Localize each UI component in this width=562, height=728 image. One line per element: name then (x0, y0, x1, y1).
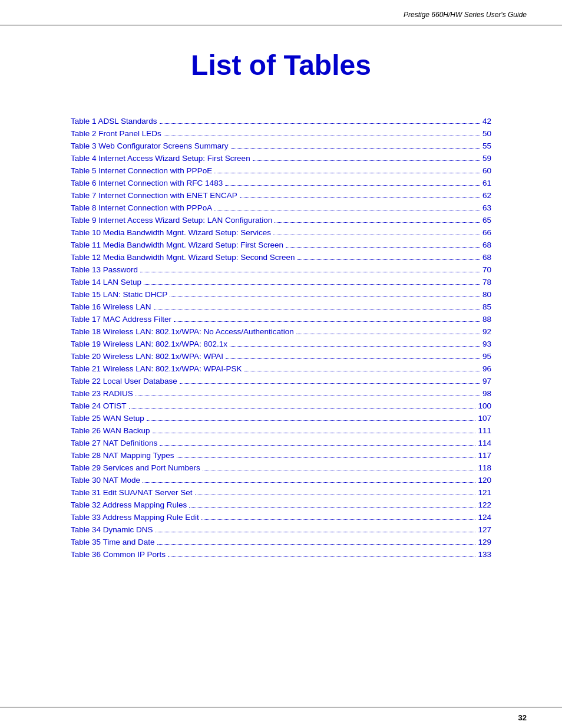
toc-item-label: Table 11 Media Bandwidth Mgnt. Wizard Se… (71, 241, 283, 249)
toc-item-label: Table 15 LAN: Static DHCP (71, 290, 167, 299)
toc-item[interactable]: Table 24 OTIST100 (71, 401, 491, 410)
toc-item[interactable]: Table 21 Wireless LAN: 802.1x/WPA: WPAI-… (71, 364, 491, 373)
toc-item[interactable]: Table 25 WAN Setup107 (71, 414, 491, 423)
toc-item-label: Table 25 WAN Setup (71, 414, 144, 423)
toc-item-page: 65 (482, 216, 491, 225)
toc-item-dots (231, 148, 480, 149)
toc-item-dots (174, 321, 480, 322)
toc-item-label: Table 5 Internet Connection with PPPoE (71, 166, 212, 175)
toc-item[interactable]: Table 26 WAN Backup111 (71, 426, 491, 435)
toc-item-label: Table 6 Internet Connection with RFC 148… (71, 179, 223, 187)
toc-item[interactable]: Table 9 Internet Access Wizard Setup: LA… (71, 216, 491, 225)
toc-item-page: 114 (478, 439, 491, 447)
toc-content: Table 1 ADSL Standards42Table 2 Front Pa… (0, 117, 562, 598)
toc-item[interactable]: Table 33 Address Mapping Rule Edit124 (71, 513, 491, 522)
toc-item[interactable]: Table 29 Services and Port Numbers118 (71, 463, 491, 472)
toc-item-page: 129 (478, 538, 491, 546)
toc-item[interactable]: Table 3 Web Configurator Screens Summary… (71, 141, 491, 150)
toc-item[interactable]: Table 18 Wireless LAN: 802.1x/WPA: No Ac… (71, 327, 491, 336)
toc-item-label: Table 8 Internet Connection with PPPoA (71, 203, 212, 212)
toc-item[interactable]: Table 15 LAN: Static DHCP80 (71, 290, 491, 299)
toc-item-page: 78 (482, 278, 491, 286)
toc-item-page: 124 (478, 513, 491, 522)
toc-item-page: 55 (482, 141, 491, 150)
toc-item[interactable]: Table 32 Address Mapping Rules122 (71, 500, 491, 509)
toc-item-page: 97 (482, 377, 491, 386)
toc-item-label: Table 29 Services and Port Numbers (71, 463, 200, 472)
toc-item-label: Table 13 Password (71, 265, 138, 274)
toc-item[interactable]: Table 12 Media Bandwidth Mgnt. Wizard Se… (71, 253, 491, 262)
toc-item-page: 42 (482, 117, 491, 126)
toc-item-label: Table 35 Time and Date (71, 538, 155, 546)
toc-item[interactable]: Table 20 Wireless LAN: 802.1x/WPA: WPAI9… (71, 352, 491, 361)
toc-item-dots (180, 383, 480, 384)
toc-item-page: 117 (478, 451, 491, 460)
toc-item-dots (225, 185, 480, 186)
toc-item-label: Table 12 Media Bandwidth Mgnt. Wizard Se… (71, 253, 295, 262)
toc-item[interactable]: Table 7 Internet Connection with ENET EN… (71, 191, 491, 200)
toc-item-page: 133 (478, 550, 491, 559)
toc-item-label: Table 4 Internet Access Wizard Setup: Fi… (71, 154, 250, 163)
page-footer: 32 (0, 707, 562, 728)
toc-item[interactable]: Table 4 Internet Access Wizard Setup: Fi… (71, 154, 491, 163)
toc-item-dots (164, 136, 480, 136)
toc-item-dots (157, 544, 476, 545)
toc-item-page: 107 (478, 414, 491, 423)
toc-item[interactable]: Table 1 ADSL Standards42 (71, 117, 491, 126)
toc-item-dots (273, 235, 480, 235)
toc-item[interactable]: Table 16 Wireless LAN85 (71, 302, 491, 311)
toc-item[interactable]: Table 22 Local User Database97 (71, 377, 491, 386)
toc-item[interactable]: Table 35 Time and Date129 (71, 538, 491, 546)
toc-item-dots (253, 160, 480, 161)
header-title: Prestige 660H/HW Series User's Guide (404, 11, 527, 19)
toc-item-dots (203, 470, 476, 470)
toc-item-page: 122 (478, 500, 491, 509)
toc-item[interactable]: Table 10 Media Bandwidth Mgnt. Wizard Se… (71, 228, 491, 237)
toc-item-label: Table 26 WAN Backup (71, 426, 150, 435)
toc-item-dots (140, 272, 480, 272)
toc-item-label: Table 31 Edit SUA/NAT Server Set (71, 488, 193, 497)
toc-item-label: Table 9 Internet Access Wizard Setup: LA… (71, 216, 272, 225)
toc-item-label: Table 33 Address Mapping Rule Edit (71, 513, 199, 522)
toc-item-page: 93 (482, 340, 491, 348)
toc-item-dots (214, 210, 480, 210)
toc-item-page: 50 (482, 129, 491, 138)
toc-item[interactable]: Table 31 Edit SUA/NAT Server Set121 (71, 488, 491, 497)
toc-item-label: Table 34 Dynamic DNS (71, 525, 153, 534)
toc-item[interactable]: Table 23 RADIUS98 (71, 389, 491, 398)
toc-item-label: Table 18 Wireless LAN: 802.1x/WPA: No Ac… (71, 327, 294, 336)
toc-item-label: Table 14 LAN Setup (71, 278, 141, 286)
toc-item-dots (153, 433, 476, 433)
toc-item[interactable]: Table 28 NAT Mapping Types117 (71, 451, 491, 460)
toc-item[interactable]: Table 11 Media Bandwidth Mgnt. Wizard Se… (71, 241, 491, 249)
toc-item-dots (160, 445, 475, 446)
toc-item[interactable]: Table 6 Internet Connection with RFC 148… (71, 179, 491, 187)
toc-item-dots (168, 556, 475, 557)
toc-item[interactable]: Table 34 Dynamic DNS127 (71, 525, 491, 534)
toc-item[interactable]: Table 14 LAN Setup78 (71, 278, 491, 286)
toc-item-dots (214, 173, 480, 173)
toc-item[interactable]: Table 8 Internet Connection with PPPoA63 (71, 203, 491, 212)
toc-item-dots (296, 334, 480, 334)
toc-item-page: 59 (482, 154, 491, 163)
toc-item-page: 95 (482, 352, 491, 361)
toc-item[interactable]: Table 36 Common IP Ports133 (71, 550, 491, 559)
toc-item-page: 68 (482, 253, 491, 262)
toc-item-label: Table 32 Address Mapping Rules (71, 500, 187, 509)
toc-item[interactable]: Table 13 Password70 (71, 265, 491, 274)
toc-item-label: Table 22 Local User Database (71, 377, 177, 386)
toc-item-dots (156, 532, 476, 532)
toc-item[interactable]: Table 19 Wireless LAN: 802.1x/WPA: 802.1… (71, 340, 491, 348)
toc-item-page: 111 (478, 426, 491, 435)
toc-item[interactable]: Table 2 Front Panel LEDs50 (71, 129, 491, 138)
page-header: Prestige 660H/HW Series User's Guide (0, 0, 562, 25)
toc-item[interactable]: Table 27 NAT Definitions114 (71, 439, 491, 447)
toc-item-dots (297, 259, 480, 260)
toc-item[interactable]: Table 5 Internet Connection with PPPoE60 (71, 166, 491, 175)
toc-item-label: Table 10 Media Bandwidth Mgnt. Wizard Se… (71, 228, 271, 237)
toc-item[interactable]: Table 17 MAC Address Filter88 (71, 315, 491, 324)
toc-item-label: Table 19 Wireless LAN: 802.1x/WPA: 802.1… (71, 340, 227, 348)
toc-item-dots (201, 519, 476, 520)
toc-item[interactable]: Table 30 NAT Mode120 (71, 476, 491, 485)
toc-item-page: 96 (482, 364, 491, 373)
